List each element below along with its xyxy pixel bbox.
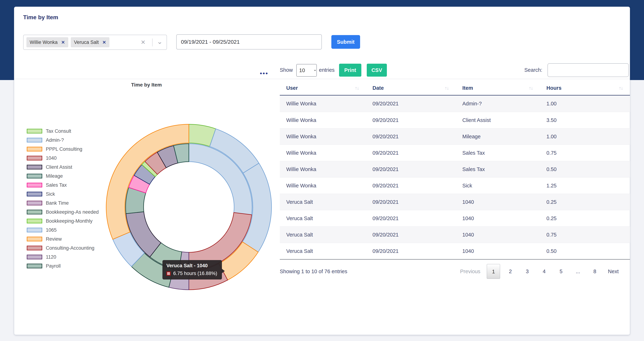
table-row[interactable]: Willie Wonka09/20/2021Sick1.25: [280, 177, 630, 194]
table-row[interactable]: Veruca Salt09/20/202110400.75: [280, 226, 630, 243]
pagination-page-8[interactable]: 8: [586, 264, 603, 279]
user-tag-remove-icon[interactable]: ✕: [61, 40, 65, 45]
pagination-ellipsis: ...: [570, 264, 586, 279]
table-row[interactable]: Willie Wonka09/20/2021Mileage1.00: [280, 128, 630, 145]
tooltip-value: 6.75 hours (16.88%): [173, 271, 217, 276]
legend-item-1120[interactable]: 1120: [27, 252, 99, 261]
cell-date: 09/20/2021: [366, 145, 456, 161]
legend-label: Sales Tax: [46, 182, 67, 188]
legend-item-review[interactable]: Review: [27, 234, 99, 243]
cell-item: Sales Tax: [456, 145, 540, 161]
sort-icon[interactable]: ↑↓: [445, 82, 449, 95]
table-row[interactable]: Willie Wonka09/20/2021Sales Tax0.75: [280, 145, 630, 161]
legend-label: Bank Time: [46, 200, 69, 206]
chart-context-menu-icon[interactable]: •••: [258, 70, 270, 76]
cell-date: 09/20/2021: [366, 194, 456, 210]
cell-user: Willie Wonka: [280, 112, 366, 128]
pagination-page-2[interactable]: 2: [502, 264, 519, 279]
tooltip-series-swatch: [166, 271, 171, 276]
filter-section-divider: [14, 79, 630, 79]
user-tag-remove-icon[interactable]: ✕: [102, 40, 106, 45]
legend-label: Admin-?: [46, 137, 64, 143]
pagination: Previous12345...8Next: [456, 264, 623, 279]
sort-icon[interactable]: ↑↓: [355, 82, 359, 95]
column-header-item[interactable]: Item↑↓: [456, 82, 540, 95]
table-row[interactable]: Veruca Salt09/20/202110400.25: [280, 194, 630, 210]
legend-label: Bookkeeping-Monthly: [46, 218, 92, 224]
search-label: Search:: [524, 64, 542, 77]
submit-button[interactable]: Submit: [331, 35, 360, 49]
column-header-hours[interactable]: Hours↑↓: [540, 82, 630, 95]
multiselect-separator: [152, 39, 152, 46]
pagination-page-5[interactable]: 5: [552, 264, 570, 279]
cell-date: 09/20/2021: [366, 96, 456, 112]
legend-item-consulting-accounting[interactable]: Consulting-Accounting: [27, 243, 99, 252]
cell-hours: 0.50: [540, 243, 630, 259]
print-button[interactable]: Print: [339, 64, 361, 77]
legend-item-1040[interactable]: 1040: [27, 154, 99, 163]
legend-item-payroll[interactable]: Payroll: [27, 261, 99, 270]
cell-date: 09/20/2021: [366, 243, 456, 259]
cell-date: 09/20/2021: [366, 178, 456, 194]
pagination-page-3[interactable]: 3: [519, 264, 536, 279]
legend-label: Tax Consult: [46, 128, 71, 134]
date-range-input[interactable]: [176, 34, 322, 50]
user-tag-willie-wonka[interactable]: Willie Wonka✕: [26, 37, 68, 47]
legend-label: Mileage: [46, 173, 63, 179]
search-input[interactable]: [548, 63, 629, 77]
chart-tooltip: Veruca Salt - 1040 6.75 hours (16.88%): [162, 260, 222, 279]
legend-swatch: [27, 264, 42, 268]
legend-item-mileage[interactable]: Mileage: [27, 172, 99, 181]
table-row[interactable]: Willie Wonka09/20/2021Client Assist3.50: [280, 112, 630, 128]
user-tag-veruca-salt[interactable]: Veruca Salt✕: [71, 37, 110, 47]
legend-item-pppl-consulting[interactable]: PPPL Consulting: [27, 145, 99, 154]
legend-item-client-assist[interactable]: Client Assist: [27, 163, 99, 172]
cell-user: Veruca Salt: [280, 194, 366, 210]
cell-date: 09/20/2021: [366, 128, 456, 145]
cell-hours: 0.75: [540, 145, 630, 161]
csv-button[interactable]: CSV: [367, 64, 387, 77]
cell-item: 1040: [456, 194, 540, 210]
table-row[interactable]: Veruca Salt09/20/202110400.50: [280, 243, 630, 259]
column-header-date[interactable]: Date↑↓: [366, 82, 456, 95]
legend-item-admin[interactable]: Admin-?: [27, 136, 99, 145]
pagination-page-1[interactable]: 1: [487, 264, 500, 279]
page-length-select[interactable]: 10: [296, 64, 317, 77]
cell-hours: 3.50: [540, 112, 630, 128]
pagination-next[interactable]: Next: [603, 268, 623, 274]
legend-item-tax-consult[interactable]: Tax Consult: [27, 127, 99, 136]
cell-user: Willie Wonka: [280, 161, 366, 177]
column-header-user[interactable]: User↑↓: [280, 82, 366, 95]
cell-user: Veruca Salt: [280, 210, 366, 226]
legend-item-sick[interactable]: Sick: [27, 190, 99, 199]
legend-item-1065[interactable]: 1065: [27, 225, 99, 234]
cell-item: Sales Tax: [456, 161, 540, 177]
table-row[interactable]: Willie Wonka09/20/2021Admin-?1.00: [280, 96, 630, 112]
legend-item-bank-time[interactable]: Bank Time: [27, 199, 99, 208]
chevron-down-icon[interactable]: ⌄: [157, 34, 162, 49]
multiselect-clear-icon[interactable]: ✕: [141, 35, 146, 50]
legend-item-bookkeeping-monthly[interactable]: Bookkeeping-Monthly: [27, 217, 99, 225]
cell-user: Veruca Salt: [280, 227, 366, 243]
legend-item-sales-tax[interactable]: Sales Tax: [27, 181, 99, 190]
sort-icon[interactable]: ↑↓: [619, 82, 623, 95]
pagination-page-4[interactable]: 4: [536, 264, 552, 279]
legend-swatch: [27, 174, 42, 178]
user-multiselect[interactable]: Willie Wonka✕Veruca Salt✕ ✕ ⌄: [23, 35, 167, 50]
cell-item: Client Assist: [456, 112, 540, 128]
legend-swatch: [27, 165, 42, 169]
cell-hours: 1.00: [540, 96, 630, 112]
time-by-item-card: Time by Item Willie Wonka✕Veruca Salt✕ ✕…: [14, 7, 630, 335]
legend-label: Payroll: [46, 263, 61, 269]
cell-hours: 0.25: [540, 194, 630, 210]
chart-legend: Tax ConsultAdmin-?PPPL Consulting1040Cli…: [27, 127, 99, 270]
page-title: Time by Item: [23, 14, 58, 21]
pagination-previous[interactable]: Previous: [456, 268, 485, 274]
chart-title: Time by Item: [102, 82, 191, 88]
sort-icon[interactable]: ↑↓: [529, 82, 533, 95]
table-row[interactable]: Veruca Salt09/20/202110400.25: [280, 210, 630, 226]
user-tag-label: Willie Wonka: [30, 40, 58, 45]
table-row[interactable]: Willie Wonka09/20/2021Sales Tax0.50: [280, 161, 630, 177]
legend-item-bookkeeping-as-needed[interactable]: Bookkeeping-As needed: [27, 208, 99, 217]
legend-swatch: [27, 183, 42, 187]
